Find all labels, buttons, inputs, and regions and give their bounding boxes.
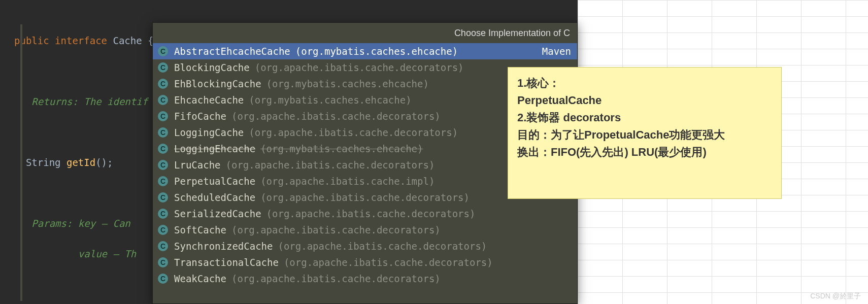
class-icon: C bbox=[158, 192, 168, 202]
note-line: 换出：FIFO(先入先出) LRU(最少使用) bbox=[517, 144, 772, 161]
impl-package: (org.apache.ibatis.cache.decorators) bbox=[260, 189, 470, 206]
impl-package: (org.apache.ibatis.cache.decorators) bbox=[266, 206, 476, 222]
impl-package: (org.mybatis.caches.ehcache) bbox=[249, 92, 411, 108]
impl-SoftCache[interactable]: CSoftCache(org.apache.ibatis.cache.decor… bbox=[153, 222, 577, 238]
impl-source-tag: Maven bbox=[542, 43, 577, 59]
note-line: 1.核心： bbox=[517, 75, 772, 92]
impl-name: SynchronizedCache bbox=[174, 238, 273, 254]
impl-name: EhcacheCache bbox=[174, 92, 244, 108]
watermark: CSDN @於里子 bbox=[810, 292, 861, 301]
impl-name: LoggingEhcache bbox=[174, 141, 255, 157]
class-icon: C bbox=[158, 225, 168, 235]
impl-name: LoggingCache bbox=[174, 124, 244, 141]
class-icon: C bbox=[158, 257, 168, 267]
impl-package: (org.mybatis.caches.ehcache) bbox=[260, 141, 423, 157]
impl-package: (org.mybatis.caches.ehcache) bbox=[266, 76, 429, 92]
impl-name: PerpetualCache bbox=[174, 173, 255, 189]
sticky-note: 1.核心： PerpetualCache 2.装饰器 decorators 目的… bbox=[508, 67, 782, 199]
impl-name: SerializedCache bbox=[174, 206, 261, 222]
class-icon: C bbox=[158, 160, 168, 170]
popup-title: Choose Implementation of C bbox=[153, 23, 577, 43]
impl-name: SoftCache bbox=[174, 222, 226, 238]
impl-package: (org.apache.ibatis.cache.decorators) bbox=[278, 238, 487, 254]
impl-WeakCache[interactable]: CWeakCache(org.apache.ibatis.cache.decor… bbox=[153, 271, 577, 287]
impl-package: (org.apache.ibatis.cache.decorators) bbox=[231, 271, 441, 287]
impl-package: (org.mybatis.caches.ehcache) bbox=[295, 43, 458, 59]
impl-name: BlockingCache bbox=[174, 59, 250, 76]
impl-name: TransactionalCache bbox=[174, 254, 279, 271]
impl-name: LruCache bbox=[174, 157, 221, 173]
class-icon: C bbox=[158, 144, 168, 154]
impl-name: EhBlockingCache bbox=[174, 76, 261, 92]
class-icon: C bbox=[158, 62, 168, 73]
indent-guide bbox=[20, 24, 22, 301]
note-line: PerpetualCache bbox=[517, 92, 772, 109]
impl-TransactionalCache[interactable]: CTransactionalCache(org.apache.ibatis.ca… bbox=[153, 254, 577, 271]
impl-SynchronizedCache[interactable]: CSynchronizedCache(org.apache.ibatis.cac… bbox=[153, 238, 577, 254]
class-icon: C bbox=[158, 274, 168, 284]
class-icon: C bbox=[158, 79, 168, 89]
class-icon: C bbox=[158, 241, 168, 251]
class-icon: C bbox=[158, 176, 168, 186]
class-icon: C bbox=[158, 127, 168, 138]
impl-name: ScheduledCache bbox=[174, 189, 255, 206]
impl-name: FifoCache bbox=[174, 108, 226, 124]
impl-AbstractEhcacheCache[interactable]: CAbstractEhcacheCache(org.mybatis.caches… bbox=[153, 43, 577, 59]
impl-name: AbstractEhcacheCache bbox=[174, 43, 290, 59]
impl-package: (org.apache.ibatis.cache.decorators) bbox=[255, 59, 464, 76]
impl-package: (org.apache.ibatis.cache.impl) bbox=[260, 173, 435, 189]
note-line: 2.装饰器 decorators bbox=[517, 109, 772, 126]
impl-name: WeakCache bbox=[174, 271, 226, 287]
class-icon: C bbox=[158, 95, 168, 105]
class-icon: C bbox=[158, 209, 168, 219]
impl-package: (org.apache.ibatis.cache.decorators) bbox=[231, 222, 441, 238]
note-line: 目的：为了让PropetualCache功能更强大 bbox=[517, 126, 772, 144]
impl-SerializedCache[interactable]: CSerializedCache(org.apache.ibatis.cache… bbox=[153, 206, 577, 222]
class-icon: C bbox=[158, 46, 168, 56]
impl-package: (org.apache.ibatis.cache.decorators) bbox=[226, 157, 435, 173]
impl-package: (org.apache.ibatis.cache.decorators) bbox=[231, 108, 441, 124]
impl-package: (org.apache.ibatis.cache.decorators) bbox=[249, 124, 458, 141]
impl-package: (org.apache.ibatis.cache.decorators) bbox=[284, 254, 493, 271]
class-icon: C bbox=[158, 111, 168, 121]
